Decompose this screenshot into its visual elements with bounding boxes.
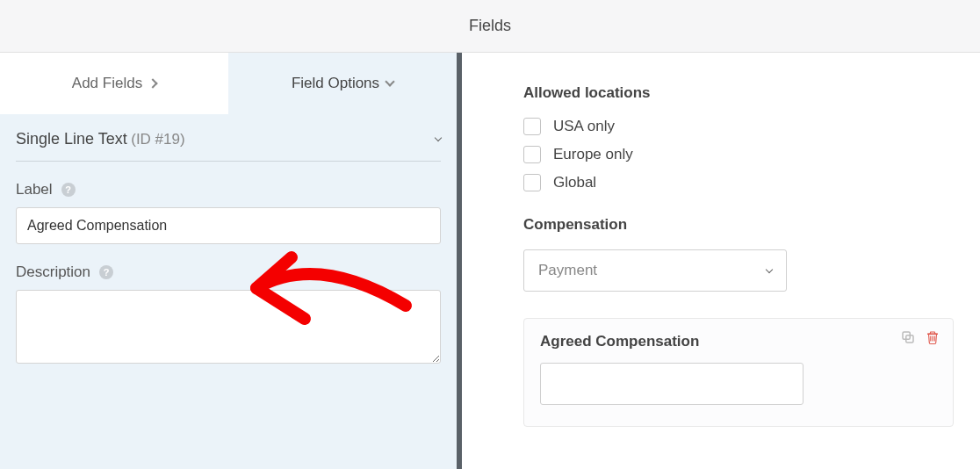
checkbox-global-label: Global [553,174,596,191]
compensation-title: Compensation [523,216,954,234]
checkbox-europe-label: Europe only [553,146,633,163]
checkbox-usa-label: USA only [553,118,615,135]
compensation-section: Compensation Payment [523,216,954,292]
field-type-header[interactable]: Single Line Text (ID #19) [16,130,441,162]
preview-icons [900,329,940,349]
checkbox-row-europe: Europe only [523,146,954,163]
description-field-label: Description [16,263,90,281]
help-icon[interactable]: ? [99,265,113,279]
svg-rect-2 [927,334,938,336]
compensation-selected-value: Payment [538,262,597,279]
checkbox-row-usa: USA only [523,118,954,135]
checkbox-global[interactable] [523,174,541,191]
chevron-down-icon [435,134,442,141]
checkbox-usa[interactable] [523,118,541,135]
label-field-label: Label [16,181,53,198]
description-field-input[interactable] [16,290,441,364]
left-panel: Add Fields Field Options Single Line Tex… [0,53,462,469]
tab-field-options[interactable]: Field Options [228,53,457,114]
chevron-down-icon [766,265,773,272]
compensation-select[interactable]: Payment [523,249,787,292]
tab-field-options-label: Field Options [292,75,379,92]
trash-icon[interactable] [925,329,940,349]
tabs: Add Fields Field Options [0,53,457,114]
preview-field[interactable]: Agreed Compensation [523,318,954,427]
tab-add-fields[interactable]: Add Fields [0,53,228,114]
allowed-locations-title: Allowed locations [523,84,954,102]
page-title: Fields [469,17,511,35]
preview-field-label: Agreed Compensation [540,333,937,350]
checkbox-row-global: Global [523,174,954,191]
checkbox-europe[interactable] [523,146,541,163]
label-field-input[interactable] [16,207,441,244]
field-type-id: (ID #19) [131,131,184,148]
right-panel: Allowed locations USA only Europe only G… [462,53,980,469]
header: Fields [0,0,980,53]
preview-field-input[interactable] [540,363,803,405]
field-type-name: Single Line Text [16,130,127,148]
description-group: Description ? [16,263,441,367]
label-group: Label ? [16,181,441,244]
tab-add-fields-label: Add Fields [72,75,142,92]
panel-content: Single Line Text (ID #19) Label ? Descri… [0,114,457,367]
chevron-down-icon [385,76,394,86]
help-icon[interactable]: ? [61,183,76,197]
duplicate-icon[interactable] [900,329,916,349]
main-container: Add Fields Field Options Single Line Tex… [0,53,980,469]
chevron-right-icon [148,78,157,88]
